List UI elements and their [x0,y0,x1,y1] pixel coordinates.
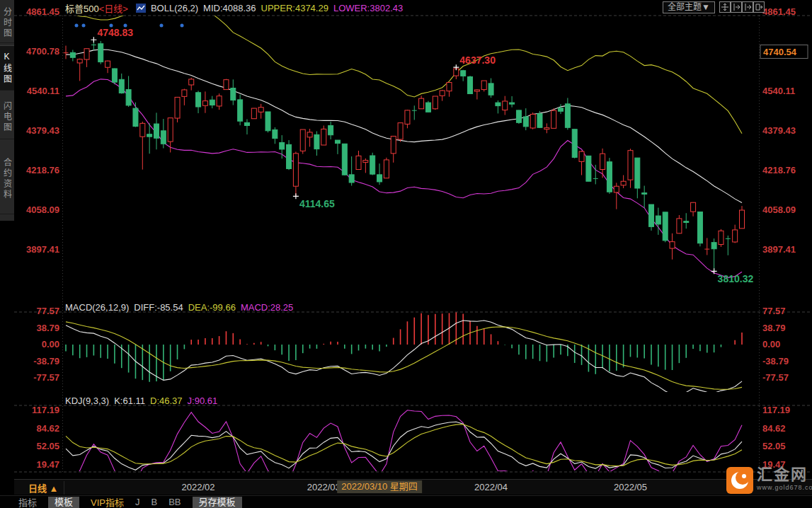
candle-body [258,108,263,112]
candle-body [70,52,75,57]
candle-body [391,136,396,153]
sidebar-item-3[interactable]: 合约资料 [0,144,14,214]
macd-axis-right-label: 77.57 [762,306,786,316]
candle-body [280,143,285,149]
period-selector[interactable]: 日线 ▲ [23,481,64,495]
macd-axis-right-label: 0.00 [762,339,780,350]
candle-body [175,97,180,118]
event-marker-dot[interactable] [82,24,86,28]
sidebar-item-0[interactable]: 分时图 [0,3,14,43]
candle-body [600,154,605,169]
layout-left-pane-icon[interactable] [731,1,742,13]
candle-body [126,90,131,105]
pop-out-window-icon[interactable] [753,1,765,13]
candle-body [384,160,389,178]
logo-icon [726,467,753,497]
candle-body [161,131,166,144]
kdj-d-line [66,425,742,466]
macd-pane [66,311,742,394]
main-axis-right-label: 4218.76 [762,165,796,175]
candle-body [224,80,229,90]
bottom-tab-VIP指标[interactable]: VIP指标 [91,495,124,508]
symbol-title: 标普500<日线> [65,1,128,15]
candle-body [231,88,236,100]
candle-body [559,108,564,112]
candle-body [307,132,312,137]
kdj-title[interactable]: KDJ(9,3,3) [65,396,109,406]
candle-body [300,129,305,151]
candle-body [77,59,82,63]
bottom-tab-B[interactable]: B [151,497,158,507]
themes-dropdown[interactable]: 全部主题▼ [663,1,715,13]
candle-body [189,79,194,85]
main-axis-left-label: 4218.76 [26,165,59,175]
candle-body [105,61,110,67]
layout-right-pane-icon[interactable] [742,1,753,13]
candle-body [740,210,745,229]
candle-body [84,49,89,59]
event-marker-dot[interactable] [75,24,79,28]
main-axis-right-label: 3897.41 [762,244,796,255]
candle-body [496,103,501,106]
layout-grid-icon[interactable] [719,1,731,13]
candle-body [251,108,256,119]
boll-upper-line [66,0,742,134]
candle-body [140,123,145,137]
sidebar-item-2[interactable]: 闪电图 [0,95,14,139]
candle-body [733,230,738,242]
symbol-name: 标普500 [65,4,99,14]
candle-body [503,101,508,110]
main-axis-left-label: 4700.78 [26,46,59,57]
boll-indicator-label[interactable]: BOLL(26,2) [151,3,198,13]
bottom-tab-另存模板[interactable]: 另存模板 [193,497,242,508]
bottom-tab-模板[interactable]: 模板 [48,497,79,508]
candle-body [342,144,347,175]
candle-body [537,114,542,128]
event-marker-dot[interactable] [160,24,164,28]
candle-body [377,175,382,182]
candle-body [265,112,270,131]
macd-dif-line [66,321,742,395]
candle-body [481,81,486,90]
candle-body [425,103,430,112]
bottom-tab-指标[interactable]: 指标 [18,495,37,508]
candle-body [244,122,249,125]
candle-body [273,129,278,138]
macd-axis-left-label: 77.57 [36,306,59,316]
sidebar-item-1[interactable]: K线图 [0,45,14,91]
macd-title[interactable]: MACD(26,12,9) [65,302,129,313]
period-tag: <日线> [99,4,128,14]
main-axis-right-label: 4379.43 [762,125,796,136]
kdj-axis-left-label: 117.19 [32,405,59,415]
candle-body [635,158,640,188]
kline-icon[interactable] [136,4,146,13]
macd-dea-line [66,322,742,389]
candle-body [349,175,354,183]
candle-body [579,151,584,161]
candle-body [119,79,124,93]
date-axis-label: 2022/04 [474,482,508,492]
candle-body [363,161,368,163]
macd-axis-right-label: -77.57 [762,372,789,383]
kdj-pane [66,410,742,484]
candle-body [677,219,682,233]
boll-lower-line [66,79,742,278]
candle-body [440,91,445,96]
price-chart: 4748.834637.304114.653810.324861.454700.… [0,0,812,495]
candle-body [551,110,556,128]
candle-body [217,96,222,106]
event-marker-dot[interactable] [181,24,184,28]
bottom-tab-BB[interactable]: BB [168,497,181,507]
main-axis-left-label: 3897.41 [26,244,59,255]
candle-body [314,134,319,149]
candle-body [711,243,716,249]
candle-body [196,93,201,107]
boll-mid-line [66,50,742,203]
candle-body [474,90,479,91]
site-logo: 汇金网 www.gold678.com [726,467,812,497]
bottom-tab-J[interactable]: J [135,497,140,507]
candle-body [642,193,647,195]
candle-body [670,242,675,248]
candle-body [168,118,173,142]
main-pane [64,0,745,278]
